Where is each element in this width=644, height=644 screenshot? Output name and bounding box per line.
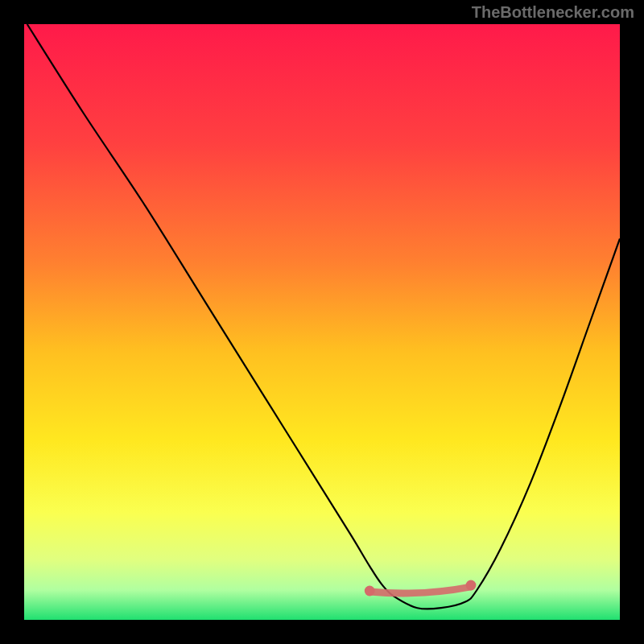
- svg-point-0: [365, 586, 375, 597]
- watermark-text: TheBottlenecker.com: [472, 3, 634, 22]
- svg-point-1: [466, 580, 477, 591]
- chart-background: [24, 24, 620, 620]
- chart: [24, 24, 620, 620]
- chart-svg: [24, 24, 620, 620]
